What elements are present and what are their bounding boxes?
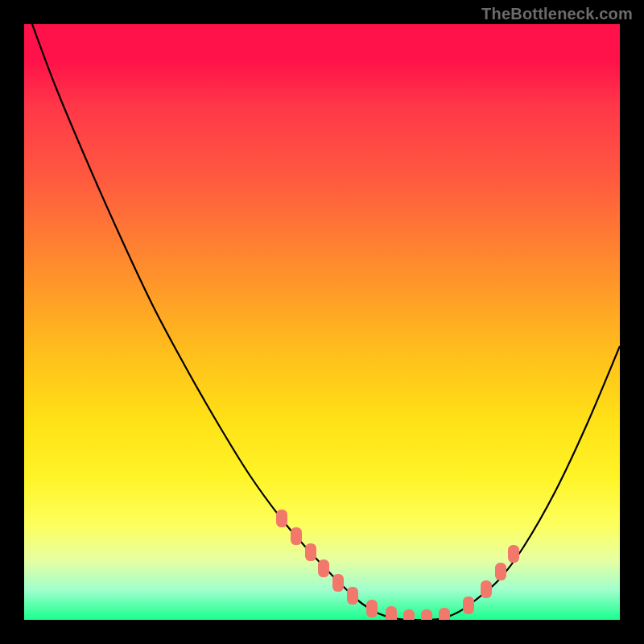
curve-marker (508, 545, 519, 563)
curve-marker (481, 580, 492, 598)
markers-group (276, 510, 519, 620)
curve-svg (24, 24, 620, 620)
curve-marker (291, 527, 302, 545)
curve-marker (332, 574, 344, 592)
watermark-label: TheBottleneck.com (481, 5, 633, 23)
curve-marker (403, 609, 415, 620)
curve-marker (347, 587, 358, 605)
curve-marker (305, 543, 316, 561)
curve-marker (276, 510, 287, 527)
curve-marker (386, 606, 397, 620)
plot-area (24, 24, 620, 620)
bottleneck-curve (32, 24, 620, 620)
curve-marker (366, 600, 378, 617)
chart-container: TheBottleneck.com (0, 0, 644, 644)
curve-marker (421, 609, 432, 620)
curve-marker (439, 608, 450, 620)
curve-marker (495, 563, 506, 580)
curve-marker (318, 559, 329, 577)
curve-marker (463, 597, 474, 614)
